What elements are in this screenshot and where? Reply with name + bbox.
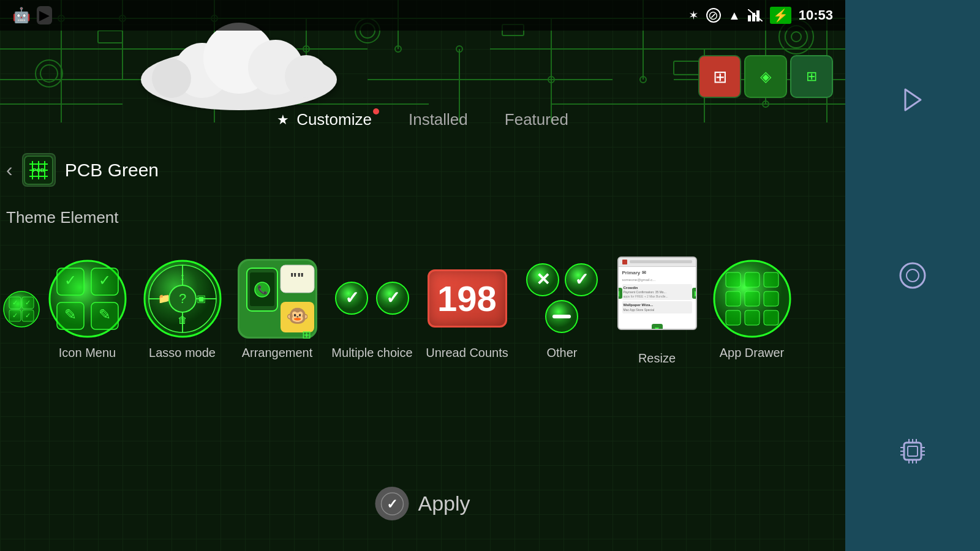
- theme-item-unread-counts[interactable]: 198 Unread Counts: [420, 259, 514, 360]
- svg-text:✕: ✕: [535, 270, 549, 289]
- status-bar: 🤖 ▶ ✶ ⊘ ▲ ⚡: [0, 0, 845, 31]
- play-icon: ▶: [37, 6, 52, 24]
- battery-icon: ⚡: [770, 7, 791, 24]
- icon-menu-icon: ✓ ✓ ✎ ✎: [48, 259, 127, 339]
- android-icon: 🤖: [12, 7, 31, 24]
- status-bar-right: ✶ ⊘ ▲ ⚡ 10:53: [688, 7, 833, 24]
- arrangement-icon: 📞 "" 🐵 ⊞: [238, 259, 317, 339]
- resize-icon: Primary ✉ someone@gmail.c... Crowdin Pay…: [617, 253, 697, 333]
- svg-text:🗑: 🗑: [178, 315, 187, 325]
- theme-element-label: Theme Element: [6, 208, 119, 227]
- app-icon-2[interactable]: ◈: [744, 55, 787, 98]
- svg-text:✓: ✓: [25, 299, 31, 306]
- theme-item-multiple-choice[interactable]: ✓ ✓: [325, 259, 420, 360]
- svg-text:✓: ✓: [64, 272, 77, 288]
- svg-text:✎: ✎: [99, 306, 111, 323]
- apply-button[interactable]: ✓ Apply: [375, 487, 470, 520]
- tab-customize[interactable]: ★ Customize: [277, 110, 372, 129]
- theme-item-icon-menu[interactable]: ✓ ✓ ✎ ✎ Icon Menu: [40, 259, 135, 360]
- theme-item-lasso-mode[interactable]: ? ↕ ▣ 🗑 📁 Lasso mode: [135, 259, 230, 360]
- home-circle-button[interactable]: [894, 257, 931, 294]
- theme-item-partial: ✓ ✓ ✓ ✓: [3, 269, 40, 349]
- tab-installed[interactable]: Installed: [409, 110, 468, 129]
- status-bar-left: 🤖 ▶: [12, 6, 52, 24]
- svg-rect-37: [98, 31, 123, 43]
- svg-rect-40: [674, 61, 701, 75]
- svg-rect-104: [552, 315, 571, 318]
- theme-header: ‹ PCB PCB Green: [6, 153, 159, 187]
- svg-rect-112: [726, 310, 741, 325]
- svg-text:✓: ✓: [344, 288, 358, 307]
- svg-text:?: ?: [178, 291, 186, 306]
- svg-text:✓: ✓: [386, 497, 398, 512]
- unread-counts-icon: 198: [428, 259, 507, 339]
- svg-marker-117: [905, 89, 921, 110]
- top-right-icons: ⊞ ◈ ⊞: [698, 55, 833, 98]
- tab-bar: ★ Customize Installed Featured: [0, 98, 845, 141]
- screen: 🤖 ▶ ✶ ⊘ ▲ ⚡: [0, 0, 980, 551]
- svg-text:📞: 📞: [257, 285, 268, 295]
- signal-icon: [748, 9, 763, 21]
- svg-rect-107: [745, 272, 760, 287]
- svg-text:✎: ✎: [64, 306, 77, 323]
- theme-icon: PCB: [22, 153, 56, 187]
- multiple-choice-label: Multiple choice: [331, 346, 412, 360]
- svg-rect-108: [764, 272, 778, 287]
- theme-item-arrangement[interactable]: 📞 "" 🐵 ⊞ Arrangement: [230, 259, 325, 360]
- no-signal-icon: ⊘: [706, 8, 721, 23]
- theme-item-other[interactable]: ✕: [514, 259, 609, 360]
- customize-dot: [373, 108, 379, 114]
- icon-menu-label: Icon Menu: [59, 346, 116, 360]
- lasso-mode-icon: ? ↕ ▣ 🗑 📁: [143, 259, 222, 339]
- app-drawer-label: App Drawer: [720, 346, 785, 360]
- svg-text:✓: ✓: [12, 299, 18, 306]
- svg-text:▣: ▣: [196, 293, 205, 304]
- svg-point-119: [907, 269, 919, 282]
- svg-rect-111: [764, 291, 778, 306]
- right-sidebar: [845, 0, 980, 551]
- svg-rect-110: [745, 291, 760, 306]
- svg-text:✓: ✓: [574, 270, 588, 289]
- svg-point-27: [640, 77, 646, 83]
- resize-label: Resize: [638, 351, 676, 365]
- app-icon-1[interactable]: ⊞: [698, 55, 741, 98]
- svg-rect-109: [726, 291, 741, 306]
- svg-rect-41: [748, 15, 751, 21]
- svg-text:↕: ↕: [179, 271, 185, 283]
- svg-rect-114: [764, 310, 778, 325]
- time-display: 10:53: [799, 7, 833, 23]
- back-button[interactable]: ‹: [6, 159, 13, 181]
- svg-text:✓: ✓: [25, 312, 31, 319]
- svg-point-30: [36, 60, 62, 87]
- svg-text:✓: ✓: [12, 312, 18, 319]
- app-icon-3[interactable]: ⊞: [790, 55, 833, 98]
- unread-number: 198: [437, 278, 497, 319]
- main-area: 🤖 ▶ ✶ ⊘ ▲ ⚡: [0, 0, 845, 551]
- tab-featured[interactable]: Featured: [505, 110, 568, 129]
- theme-item-resize[interactable]: Primary ✉ someone@gmail.c... Crowdin Pay…: [609, 253, 704, 365]
- svg-rect-113: [745, 310, 760, 325]
- svg-text:PCB: PCB: [33, 167, 45, 173]
- svg-point-49: [285, 55, 328, 98]
- multiple-choice-icon: ✓ ✓: [333, 259, 412, 339]
- svg-text:🐵: 🐵: [285, 305, 309, 327]
- svg-point-34: [791, 32, 801, 42]
- apply-check-icon: ✓: [375, 487, 409, 520]
- svg-point-25: [456, 46, 462, 52]
- wifi-icon: ▲: [728, 9, 741, 23]
- svg-text:✓: ✓: [385, 288, 399, 307]
- theme-item-app-drawer[interactable]: App Drawer: [704, 259, 799, 360]
- other-label: Other: [546, 346, 577, 360]
- svg-rect-120: [904, 443, 921, 460]
- back-triangle-button[interactable]: [894, 81, 931, 118]
- svg-text:"": "": [290, 270, 304, 287]
- bluetooth-icon: ✶: [688, 8, 699, 23]
- svg-rect-121: [908, 446, 918, 456]
- svg-point-24: [395, 46, 401, 52]
- lasso-mode-label: Lasso mode: [149, 346, 216, 360]
- svg-point-50: [152, 59, 191, 98]
- unread-counts-label: Unread Counts: [426, 346, 508, 360]
- svg-rect-106: [726, 272, 741, 287]
- svg-point-31: [40, 65, 58, 82]
- cpu-chip-button[interactable]: [894, 433, 931, 470]
